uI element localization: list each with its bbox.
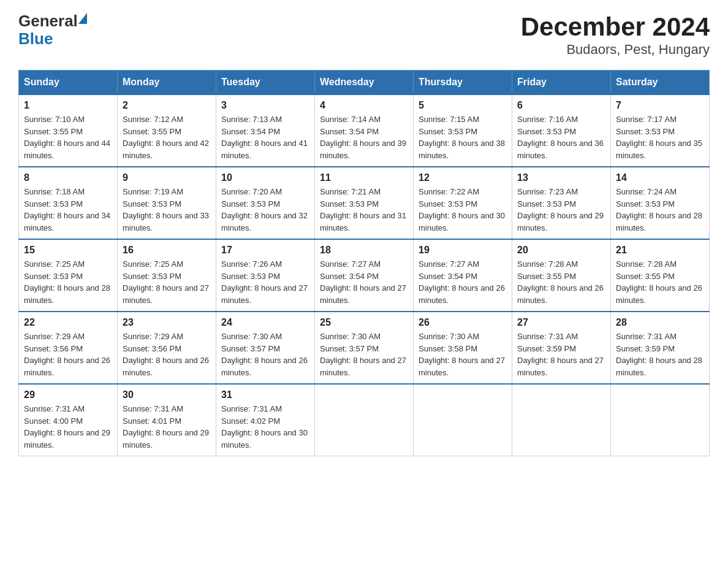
day-info: Sunrise: 7:27 AMSunset: 3:54 PMDaylight:… bbox=[320, 258, 408, 306]
logo-triangle-icon bbox=[78, 13, 87, 24]
day-info: Sunrise: 7:10 AMSunset: 3:55 PMDaylight:… bbox=[24, 113, 112, 161]
day-number: 8 bbox=[24, 172, 112, 183]
calendar-cell: 22Sunrise: 7:29 AMSunset: 3:56 PMDayligh… bbox=[19, 312, 118, 384]
title-block: December 2024 Budaors, Pest, Hungary bbox=[521, 12, 710, 58]
day-number: 9 bbox=[123, 172, 211, 183]
day-number: 30 bbox=[123, 389, 211, 400]
day-info: Sunrise: 7:12 AMSunset: 3:55 PMDaylight:… bbox=[123, 113, 211, 161]
calendar-week-row: 8Sunrise: 7:18 AMSunset: 3:53 PMDaylight… bbox=[19, 167, 710, 239]
calendar-cell bbox=[512, 384, 611, 456]
day-number: 10 bbox=[221, 172, 309, 183]
day-of-week-header: Monday bbox=[118, 71, 216, 95]
calendar-cell: 19Sunrise: 7:27 AMSunset: 3:54 PMDayligh… bbox=[414, 239, 512, 312]
day-info: Sunrise: 7:28 AMSunset: 3:55 PMDaylight:… bbox=[616, 258, 704, 306]
day-number: 17 bbox=[221, 245, 309, 256]
day-number: 27 bbox=[517, 317, 605, 328]
day-of-week-header: Sunday bbox=[19, 71, 118, 95]
calendar-cell: 3Sunrise: 7:13 AMSunset: 3:54 PMDaylight… bbox=[216, 94, 315, 167]
calendar-cell: 21Sunrise: 7:28 AMSunset: 3:55 PMDayligh… bbox=[611, 239, 710, 312]
calendar-cell: 23Sunrise: 7:29 AMSunset: 3:56 PMDayligh… bbox=[118, 312, 216, 384]
day-number: 13 bbox=[517, 172, 605, 183]
day-number: 4 bbox=[320, 100, 408, 111]
calendar-cell: 14Sunrise: 7:24 AMSunset: 3:53 PMDayligh… bbox=[611, 167, 710, 239]
day-of-week-header: Tuesday bbox=[216, 71, 315, 95]
calendar-cell: 6Sunrise: 7:16 AMSunset: 3:53 PMDaylight… bbox=[512, 94, 611, 167]
calendar-week-row: 29Sunrise: 7:31 AMSunset: 4:00 PMDayligh… bbox=[19, 384, 710, 456]
calendar-cell: 5Sunrise: 7:15 AMSunset: 3:53 PMDaylight… bbox=[414, 94, 512, 167]
day-info: Sunrise: 7:25 AMSunset: 3:53 PMDaylight:… bbox=[123, 258, 211, 306]
day-info: Sunrise: 7:31 AMSunset: 4:01 PMDaylight:… bbox=[123, 403, 211, 451]
day-info: Sunrise: 7:30 AMSunset: 3:58 PMDaylight:… bbox=[419, 331, 507, 378]
day-number: 15 bbox=[24, 245, 112, 256]
day-number: 24 bbox=[221, 317, 309, 328]
day-info: Sunrise: 7:23 AMSunset: 3:53 PMDaylight:… bbox=[517, 186, 605, 234]
calendar-cell: 31Sunrise: 7:31 AMSunset: 4:02 PMDayligh… bbox=[216, 384, 315, 456]
day-number: 20 bbox=[517, 245, 605, 256]
calendar-cell: 26Sunrise: 7:30 AMSunset: 3:58 PMDayligh… bbox=[414, 312, 512, 384]
calendar-cell: 24Sunrise: 7:30 AMSunset: 3:57 PMDayligh… bbox=[216, 312, 315, 384]
day-info: Sunrise: 7:14 AMSunset: 3:54 PMDaylight:… bbox=[320, 113, 408, 161]
calendar-cell: 7Sunrise: 7:17 AMSunset: 3:53 PMDaylight… bbox=[611, 94, 710, 167]
page-header: General Blue December 2024 Budaors, Pest… bbox=[18, 12, 710, 58]
page-subtitle: Budaors, Pest, Hungary bbox=[521, 42, 710, 58]
calendar-cell: 2Sunrise: 7:12 AMSunset: 3:55 PMDaylight… bbox=[118, 94, 216, 167]
calendar-cell: 8Sunrise: 7:18 AMSunset: 3:53 PMDaylight… bbox=[19, 167, 118, 239]
day-number: 3 bbox=[221, 100, 309, 111]
calendar-cell: 18Sunrise: 7:27 AMSunset: 3:54 PMDayligh… bbox=[315, 239, 414, 312]
logo: General Blue bbox=[18, 12, 87, 47]
day-of-week-header: Saturday bbox=[611, 71, 710, 95]
day-number: 31 bbox=[221, 389, 309, 400]
calendar-cell bbox=[414, 384, 512, 456]
day-number: 6 bbox=[517, 100, 605, 111]
calendar-cell: 13Sunrise: 7:23 AMSunset: 3:53 PMDayligh… bbox=[512, 167, 611, 239]
day-of-week-header: Friday bbox=[512, 71, 611, 95]
calendar-cell: 20Sunrise: 7:28 AMSunset: 3:55 PMDayligh… bbox=[512, 239, 611, 312]
day-info: Sunrise: 7:29 AMSunset: 3:56 PMDaylight:… bbox=[123, 331, 211, 378]
calendar-cell bbox=[315, 384, 414, 456]
calendar-cell: 12Sunrise: 7:22 AMSunset: 3:53 PMDayligh… bbox=[414, 167, 512, 239]
day-info: Sunrise: 7:31 AMSunset: 3:59 PMDaylight:… bbox=[517, 331, 605, 378]
day-info: Sunrise: 7:31 AMSunset: 4:02 PMDaylight:… bbox=[221, 403, 309, 451]
day-number: 12 bbox=[419, 172, 507, 183]
day-number: 28 bbox=[616, 317, 704, 328]
day-info: Sunrise: 7:29 AMSunset: 3:56 PMDaylight:… bbox=[24, 331, 112, 378]
day-info: Sunrise: 7:31 AMSunset: 3:59 PMDaylight:… bbox=[616, 331, 704, 378]
calendar-cell: 28Sunrise: 7:31 AMSunset: 3:59 PMDayligh… bbox=[611, 312, 710, 384]
day-number: 23 bbox=[123, 317, 211, 328]
calendar-cell: 9Sunrise: 7:19 AMSunset: 3:53 PMDaylight… bbox=[118, 167, 216, 239]
day-info: Sunrise: 7:20 AMSunset: 3:53 PMDaylight:… bbox=[221, 186, 309, 234]
calendar-header-row: SundayMondayTuesdayWednesdayThursdayFrid… bbox=[19, 71, 710, 95]
day-number: 2 bbox=[123, 100, 211, 111]
calendar-cell: 30Sunrise: 7:31 AMSunset: 4:01 PMDayligh… bbox=[118, 384, 216, 456]
calendar-cell bbox=[611, 384, 710, 456]
day-info: Sunrise: 7:31 AMSunset: 4:00 PMDaylight:… bbox=[24, 403, 112, 451]
day-info: Sunrise: 7:19 AMSunset: 3:53 PMDaylight:… bbox=[123, 186, 211, 234]
calendar-week-row: 1Sunrise: 7:10 AMSunset: 3:55 PMDaylight… bbox=[19, 94, 710, 167]
day-info: Sunrise: 7:24 AMSunset: 3:53 PMDaylight:… bbox=[616, 186, 704, 234]
day-number: 29 bbox=[24, 389, 112, 400]
day-number: 21 bbox=[616, 245, 704, 256]
day-number: 18 bbox=[320, 245, 408, 256]
day-number: 22 bbox=[24, 317, 112, 328]
day-number: 11 bbox=[320, 172, 408, 183]
calendar-table: SundayMondayTuesdayWednesdayThursdayFrid… bbox=[18, 70, 710, 456]
day-info: Sunrise: 7:18 AMSunset: 3:53 PMDaylight:… bbox=[24, 186, 112, 234]
page-title: December 2024 bbox=[521, 12, 710, 42]
day-number: 19 bbox=[419, 245, 507, 256]
day-number: 26 bbox=[419, 317, 507, 328]
calendar-week-row: 15Sunrise: 7:25 AMSunset: 3:53 PMDayligh… bbox=[19, 239, 710, 312]
logo-general-text: General bbox=[18, 12, 78, 30]
day-number: 16 bbox=[123, 245, 211, 256]
day-info: Sunrise: 7:28 AMSunset: 3:55 PMDaylight:… bbox=[517, 258, 605, 306]
day-info: Sunrise: 7:30 AMSunset: 3:57 PMDaylight:… bbox=[221, 331, 309, 378]
day-number: 14 bbox=[616, 172, 704, 183]
day-info: Sunrise: 7:25 AMSunset: 3:53 PMDaylight:… bbox=[24, 258, 112, 306]
calendar-cell: 29Sunrise: 7:31 AMSunset: 4:00 PMDayligh… bbox=[19, 384, 118, 456]
day-number: 1 bbox=[24, 100, 112, 111]
day-info: Sunrise: 7:30 AMSunset: 3:57 PMDaylight:… bbox=[320, 331, 408, 378]
day-info: Sunrise: 7:21 AMSunset: 3:53 PMDaylight:… bbox=[320, 186, 408, 234]
day-number: 7 bbox=[616, 100, 704, 111]
day-of-week-header: Wednesday bbox=[315, 71, 414, 95]
day-info: Sunrise: 7:15 AMSunset: 3:53 PMDaylight:… bbox=[419, 113, 507, 161]
calendar-cell: 27Sunrise: 7:31 AMSunset: 3:59 PMDayligh… bbox=[512, 312, 611, 384]
